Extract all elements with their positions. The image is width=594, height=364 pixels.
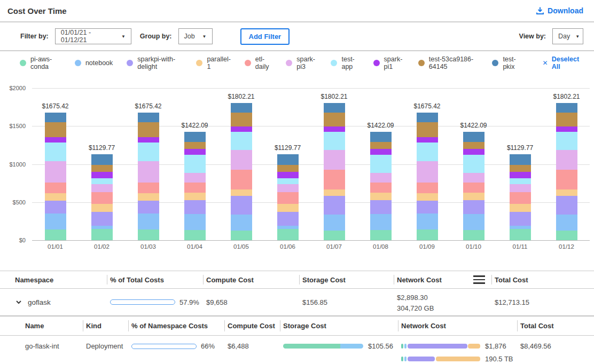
bar-segment-spark-pi1[interactable] bbox=[463, 149, 484, 155]
bar-segment-test-pkix[interactable] bbox=[370, 132, 392, 142]
bar-segment-spark-pi1[interactable] bbox=[91, 172, 113, 178]
bar-segment-test-53ca9186-64145[interactable] bbox=[138, 122, 159, 137]
bar-segment-pi-aws-conda[interactable] bbox=[510, 229, 531, 240]
stacked-bar[interactable] bbox=[463, 132, 484, 240]
bar-segment-spark-pi1[interactable] bbox=[370, 149, 392, 155]
bar-segment-test-app[interactable] bbox=[231, 132, 252, 149]
bar-segment-spark-pi3[interactable] bbox=[91, 184, 113, 192]
bar-segment-etl-daily[interactable] bbox=[324, 170, 345, 189]
bar-segment-parallel-1[interactable] bbox=[324, 189, 345, 196]
bar-segment-sparkpi-with-delight[interactable] bbox=[370, 200, 392, 214]
bar-segment-test-pkix[interactable] bbox=[91, 154, 113, 165]
bar-segment-spark-pi3[interactable] bbox=[231, 150, 252, 170]
bar-segment-test-53ca9186-64145[interactable] bbox=[417, 122, 438, 137]
bar-segment-test-app[interactable] bbox=[91, 178, 113, 184]
bar-segment-test-53ca9186-64145[interactable] bbox=[510, 165, 531, 172]
bar-segment-spark-pi3[interactable] bbox=[463, 173, 484, 183]
legend-item-spark-pi3[interactable]: spark-pi3 bbox=[286, 56, 317, 70]
bar-segment-sparkpi-with-delight[interactable] bbox=[138, 201, 159, 214]
bar-segment-sparkpi-with-delight[interactable] bbox=[277, 212, 299, 226]
bar-segment-test-app[interactable] bbox=[370, 155, 392, 173]
bar-segment-pi-aws-conda[interactable] bbox=[277, 229, 299, 240]
bar-segment-test-53ca9186-64145[interactable] bbox=[324, 113, 345, 126]
bar-segment-etl-daily[interactable] bbox=[231, 170, 252, 189]
bar-segment-test-53ca9186-64145[interactable] bbox=[184, 142, 206, 149]
bar-segment-notebook[interactable] bbox=[184, 214, 206, 230]
bar-segment-sparkpi-with-delight[interactable] bbox=[45, 201, 66, 214]
bar-segment-test-53ca9186-64145[interactable] bbox=[91, 165, 113, 172]
bar-segment-sparkpi-with-delight[interactable] bbox=[324, 196, 345, 215]
stacked-bar[interactable] bbox=[510, 154, 531, 240]
stacked-bar[interactable] bbox=[324, 103, 345, 240]
bar-segment-test-53ca9186-64145[interactable] bbox=[556, 113, 577, 126]
bar-segment-test-app[interactable] bbox=[277, 178, 299, 184]
bar-segment-etl-daily[interactable] bbox=[277, 192, 299, 204]
bar-segment-parallel-1[interactable] bbox=[91, 204, 113, 212]
bar-segment-notebook[interactable] bbox=[231, 215, 252, 230]
bar-segment-etl-daily[interactable] bbox=[184, 183, 206, 193]
bar-segment-test-app[interactable] bbox=[417, 143, 438, 161]
legend-item-notebook[interactable]: notebook bbox=[75, 59, 113, 67]
bar-segment-test-app[interactable] bbox=[324, 132, 345, 149]
bar-segment-spark-pi3[interactable] bbox=[510, 184, 531, 192]
bar-segment-etl-daily[interactable] bbox=[463, 183, 484, 193]
bar-segment-test-pkix[interactable] bbox=[324, 103, 345, 113]
bar-segment-test-pkix[interactable] bbox=[231, 103, 252, 113]
bar-segment-notebook[interactable] bbox=[417, 213, 438, 230]
bar-segment-sparkpi-with-delight[interactable] bbox=[463, 200, 484, 214]
bar-segment-test-53ca9186-64145[interactable] bbox=[463, 142, 484, 149]
stacked-bar[interactable] bbox=[556, 103, 577, 240]
bar-segment-test-pkix[interactable] bbox=[184, 132, 206, 142]
bar-segment-test-pkix[interactable] bbox=[277, 154, 299, 165]
bar-segment-spark-pi1[interactable] bbox=[45, 137, 66, 143]
bar-segment-etl-daily[interactable] bbox=[417, 183, 438, 193]
stacked-bar[interactable] bbox=[277, 154, 299, 240]
bar-segment-test-pkix[interactable] bbox=[45, 113, 66, 122]
namespace-expand-toggle[interactable]: goflask bbox=[0, 298, 107, 306]
date-range-dropdown[interactable]: 01/01/21 - 01/12/21 ▼ bbox=[55, 28, 131, 44]
legend-item-spark-pi1[interactable]: spark-pi1 bbox=[373, 56, 404, 70]
bar-segment-test-app[interactable] bbox=[510, 178, 531, 184]
bar-segment-test-53ca9186-64145[interactable] bbox=[370, 142, 392, 149]
bar-segment-notebook[interactable] bbox=[324, 215, 345, 230]
column-settings-icon[interactable] bbox=[473, 275, 485, 284]
bar-segment-etl-daily[interactable] bbox=[138, 183, 159, 193]
bar-segment-parallel-1[interactable] bbox=[277, 204, 299, 212]
bar-segment-spark-pi3[interactable] bbox=[184, 173, 206, 183]
bar-segment-test-pkix[interactable] bbox=[463, 132, 484, 142]
bar-segment-spark-pi1[interactable] bbox=[184, 149, 206, 155]
bar-segment-spark-pi3[interactable] bbox=[556, 150, 577, 170]
legend-item-test-app[interactable]: test-app bbox=[331, 56, 359, 70]
bar-segment-etl-daily[interactable] bbox=[510, 192, 531, 204]
bar-segment-etl-daily[interactable] bbox=[45, 183, 66, 193]
stacked-bar[interactable] bbox=[231, 103, 252, 240]
bar-segment-test-pkix[interactable] bbox=[138, 113, 159, 122]
bar-segment-spark-pi3[interactable] bbox=[324, 150, 345, 170]
bar-segment-pi-aws-conda[interactable] bbox=[324, 231, 345, 240]
bar-segment-notebook[interactable] bbox=[45, 213, 66, 230]
stacked-bar[interactable] bbox=[417, 113, 438, 240]
bar-segment-pi-aws-conda[interactable] bbox=[231, 231, 252, 240]
bar-segment-parallel-1[interactable] bbox=[370, 193, 392, 200]
bar-segment-test-pkix[interactable] bbox=[556, 103, 577, 113]
bar-segment-spark-pi3[interactable] bbox=[138, 161, 159, 183]
bar-segment-spark-pi1[interactable] bbox=[556, 126, 577, 132]
bar-segment-test-53ca9186-64145[interactable] bbox=[45, 122, 66, 137]
stacked-bar[interactable] bbox=[370, 132, 392, 240]
bar-segment-parallel-1[interactable] bbox=[184, 193, 206, 200]
bar-segment-spark-pi1[interactable] bbox=[510, 172, 531, 178]
bar-segment-pi-aws-conda[interactable] bbox=[138, 230, 159, 240]
stacked-bar[interactable] bbox=[91, 154, 113, 240]
bar-segment-spark-pi1[interactable] bbox=[324, 126, 345, 132]
bar-segment-notebook[interactable] bbox=[463, 214, 484, 230]
deselect-all-button[interactable]: ✕ Deselect All bbox=[543, 56, 583, 70]
bar-segment-test-53ca9186-64145[interactable] bbox=[231, 113, 252, 126]
bar-segment-pi-aws-conda[interactable] bbox=[45, 230, 66, 240]
view-by-dropdown[interactable]: Day ▼ bbox=[552, 28, 583, 44]
bar-segment-test-53ca9186-64145[interactable] bbox=[277, 165, 299, 172]
bar-segment-spark-pi3[interactable] bbox=[277, 184, 299, 192]
bar-segment-parallel-1[interactable] bbox=[510, 204, 531, 212]
bar-segment-spark-pi3[interactable] bbox=[45, 161, 66, 183]
bar-segment-pi-aws-conda[interactable] bbox=[556, 231, 577, 240]
download-button[interactable]: Download bbox=[536, 6, 583, 15]
